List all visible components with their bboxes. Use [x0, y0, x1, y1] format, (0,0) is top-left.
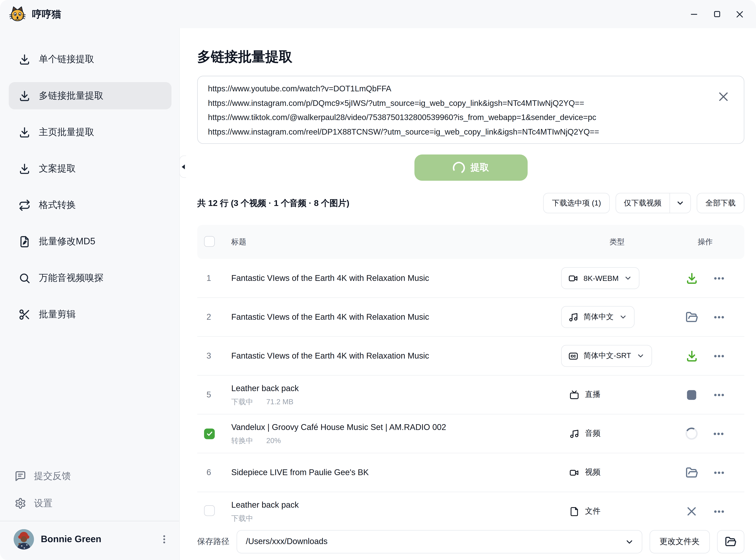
open-folder-button[interactable] [717, 530, 744, 553]
more-actions-icon[interactable] [712, 311, 725, 323]
column-header-actions: 操作 [673, 237, 737, 247]
type-select-label: 8K-WEBM [583, 274, 619, 282]
cancel-icon[interactable] [685, 505, 698, 518]
sidebar-collapse-handle[interactable] [179, 155, 186, 178]
column-header-title: 标题 [231, 237, 561, 247]
sidebar-item-label: 格式转换 [39, 199, 76, 212]
extract-button-label: 提取 [471, 161, 489, 174]
row-title: Sidepiece LIVE from Paulie Gee's BK [231, 467, 552, 478]
more-actions-icon[interactable] [712, 388, 725, 401]
clear-input-button[interactable] [717, 90, 730, 103]
download-all-button[interactable]: 全部下载 [697, 193, 744, 213]
sidebar-item-label: 批量剪辑 [39, 308, 76, 321]
screenshot-viewport: 哼哼猫 单个链接提取 多链接批量提取 [0, 0, 756, 560]
page-title: 多链接批量提取 [197, 47, 744, 66]
type-select-dropdown[interactable]: 简体中文-SRT [561, 345, 652, 367]
more-actions-icon[interactable] [712, 427, 725, 440]
save-path-select[interactable]: /Users/xxx/Downloads [237, 530, 642, 553]
app-window: 哼哼猫 单个链接提取 多链接批量提取 [0, 0, 756, 560]
sidebar-item-md5[interactable]: 批量修改MD5 [9, 228, 172, 255]
column-header-type: 类型 [561, 237, 673, 247]
chevron-down-icon[interactable] [670, 193, 691, 213]
sidebar-item-single-link[interactable]: 单个链接提取 [9, 46, 172, 73]
stop-download-icon[interactable] [685, 388, 698, 401]
more-actions-icon[interactable] [712, 505, 725, 518]
row-status: 下载中 71.2 MB [231, 397, 552, 406]
file-pen-icon [18, 235, 31, 247]
type-select-dropdown[interactable]: 简体中文 [561, 306, 635, 328]
video-camera-icon [569, 273, 578, 283]
main-content: 多链接批量提取 https://www.youtube.com/watch?v=… [179, 28, 756, 560]
table-row: 3 Fantastic VIews of the Earth 4K with R… [197, 337, 744, 376]
download-icon [18, 126, 31, 138]
row-title: Fantastic VIews of the Earth 4K with Rel… [231, 273, 552, 283]
app-logo-cat-icon [9, 5, 26, 23]
maximize-button[interactable] [705, 3, 728, 25]
type-select-label: 简体中文 [583, 312, 614, 322]
sidebar-item-copy-extract[interactable]: 文案提取 [9, 155, 172, 182]
chevron-down-icon [619, 313, 627, 321]
row-status: 下载中 [231, 514, 552, 523]
music-icon [570, 429, 579, 439]
close-window-button[interactable] [728, 3, 751, 25]
sidebar-item-settings[interactable]: 设置 [9, 492, 171, 515]
cc-subtitle-icon [569, 351, 578, 361]
row-checkbox[interactable] [204, 505, 215, 516]
more-actions-icon[interactable] [712, 272, 725, 284]
open-folder-icon[interactable] [685, 466, 698, 479]
extract-button[interactable]: 提取 [414, 155, 528, 181]
chevron-down-icon [624, 537, 634, 546]
url-input[interactable]: https://www.youtube.com/watch?v=DOT1LmQb… [197, 76, 744, 144]
minimize-button[interactable] [683, 3, 705, 25]
music-icon [569, 312, 578, 322]
type-label: 文件 [585, 506, 601, 516]
file-icon [570, 506, 579, 516]
row-number: 2 [204, 312, 231, 322]
sidebar-item-feedback[interactable]: 提交反馈 [9, 464, 171, 488]
user-row[interactable]: Bonnie Green [0, 521, 179, 560]
sidebar-item-homepage-batch[interactable]: 主页批量提取 [9, 119, 172, 146]
sidebar-item-label: 设置 [34, 497, 52, 509]
row-title: Fantastic VIews of the Earth 4K with Rel… [231, 312, 552, 322]
sidebar-item-label: 批量修改MD5 [39, 235, 95, 248]
select-all-checkbox[interactable] [204, 236, 215, 246]
change-folder-button[interactable]: 更改文件夹 [650, 530, 710, 553]
type-label: 音频 [585, 428, 601, 439]
download-icon [18, 53, 31, 65]
type-label: 直播 [585, 390, 601, 400]
app-title: 哼哼猫 [32, 7, 61, 21]
sidebar-item-format-convert[interactable]: 格式转换 [9, 192, 172, 219]
scissors-icon [18, 308, 31, 320]
sidebar-item-multi-link[interactable]: 多链接批量提取 [9, 82, 172, 109]
row-title: Leather back pack [231, 500, 552, 510]
open-folder-icon[interactable] [685, 311, 698, 323]
save-path-label: 保存路径 [197, 536, 229, 547]
download-icon[interactable] [685, 272, 698, 284]
more-actions-icon[interactable] [712, 349, 725, 362]
sidebar-item-label: 文案提取 [39, 162, 76, 175]
loading-spinner-icon [451, 160, 466, 175]
sidebar-item-batch-edit[interactable]: 批量剪辑 [9, 301, 172, 328]
row-checkbox-checked[interactable] [204, 428, 215, 439]
download-icon[interactable] [685, 349, 698, 362]
video-only-split-button: 仅下载视频 [616, 193, 691, 213]
type-select-dropdown[interactable]: 8K-WEBM [561, 267, 640, 289]
search-icon [18, 272, 31, 284]
download-selected-button[interactable]: 下载选中项 (1) [543, 193, 610, 213]
row-status: 转换中 20% [231, 436, 552, 445]
url-input-value[interactable]: https://www.youtube.com/watch?v=DOT1LmQb… [208, 82, 713, 138]
sidebar-item-sniffer[interactable]: 万能音视频嗅探 [9, 264, 172, 292]
video-only-button[interactable]: 仅下载视频 [616, 193, 669, 213]
row-title: Fantastic VIews of the Earth 4K with Rel… [231, 351, 552, 361]
list-toolbar: 共 12 行 (3 个视频 · 1 个音频 · 8 个图片) 下载选中项 (1)… [197, 193, 744, 213]
window-controls [683, 3, 751, 25]
user-menu-kebab-icon[interactable] [157, 532, 172, 546]
tv-icon [570, 390, 579, 400]
progress-spinner-icon [684, 426, 699, 441]
table-row: Vandelux | Groovy Café House Music Set |… [197, 414, 744, 453]
gear-icon [15, 498, 26, 509]
result-summary: 共 12 行 (3 个视频 · 1 个音频 · 8 个图片) [197, 197, 349, 209]
check-icon [206, 430, 213, 437]
table-row: Leather back pack 下载中 文件 [197, 492, 744, 531]
more-actions-icon[interactable] [712, 466, 725, 479]
